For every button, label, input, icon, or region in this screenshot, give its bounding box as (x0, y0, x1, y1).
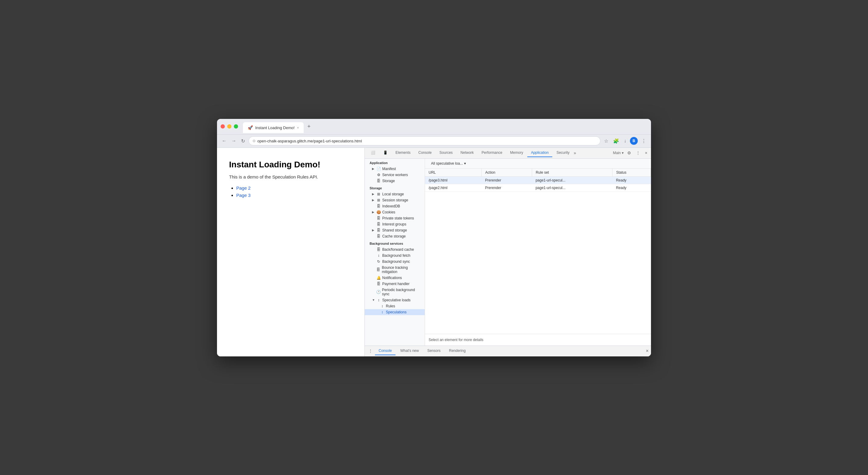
sidebar-item-periodic-bg-sync[interactable]: 🕐 Periodic background sync (365, 287, 425, 297)
sidebar-item-interest-groups[interactable]: 🗄 Interest groups (365, 221, 425, 227)
context-selector[interactable]: Main ▾ (613, 151, 623, 155)
browser-tab[interactable]: 🚀 Instant Loading Demo! × (243, 122, 304, 133)
sl-icon: ↕ (376, 298, 381, 302)
tab-application[interactable]: Application (527, 149, 552, 157)
chrome-menu-btn[interactable]: ⋮ (640, 137, 647, 145)
storage-item-arrow (372, 179, 375, 182)
ls-arrow: ▶ (372, 192, 375, 196)
bottom-tab-sensors[interactable]: Sensors (424, 347, 444, 355)
sidebar-item-rules[interactable]: ↕ Rules (365, 303, 425, 309)
profile-btn[interactable]: B (630, 137, 638, 145)
traffic-lights (221, 124, 238, 128)
sl-arrow: ▼ (372, 298, 375, 302)
tab-security[interactable]: Security (553, 149, 573, 157)
tab-close-btn[interactable]: × (297, 126, 299, 129)
bottom-menu-btn[interactable]: ⋮ (367, 348, 374, 354)
tab-performance[interactable]: Performance (478, 149, 506, 157)
ph-arrow (372, 282, 375, 285)
page2-link[interactable]: Page 2 (236, 185, 251, 190)
tab-favicon: 🚀 (248, 125, 253, 130)
bgs-arrow (372, 260, 375, 263)
sidebar-item-session-storage[interactable]: ▶ ⊞ Session storage (365, 197, 425, 203)
reload-btn[interactable]: ↻ (240, 137, 246, 145)
sidebar-item-speculations[interactable]: ↕ Speculations (365, 309, 425, 315)
settings-btn[interactable]: ⚙ (626, 150, 632, 156)
back-btn[interactable]: ← (221, 137, 228, 145)
minimize-traffic-light[interactable] (227, 124, 231, 128)
sidebar-item-indexeddb[interactable]: 🗄 IndexedDB (365, 203, 425, 209)
bg-services-label: Background services (365, 239, 425, 246)
table-row[interactable]: /page3.html Prerender page1-url-specul..… (425, 176, 651, 184)
bookmark-btn[interactable]: ☆ (603, 137, 610, 145)
maximize-traffic-light[interactable] (234, 124, 238, 128)
bottom-close-btn[interactable]: × (646, 348, 649, 354)
sidebar-item-private-state-tokens[interactable]: 🗄 Private state tokens (365, 215, 425, 221)
bottom-tab-whats-new[interactable]: What's new (397, 347, 423, 355)
bgf-icon: ↕ (376, 254, 381, 258)
cell-action: Prerender (482, 184, 532, 191)
sidebar-item-bg-sync[interactable]: ↻ Background sync (365, 259, 425, 265)
sidebar-item-cache-storage[interactable]: 🗄 Cache storage (365, 233, 425, 239)
devtools-tabs: ⬜ 📱 Elements Console Sources Network Per… (365, 148, 651, 159)
sidebar-item-bounce-tracking[interactable]: 🗄 Bounce tracking mitigation (365, 265, 425, 275)
filter-dropdown[interactable]: All speculative loa... ▾ (429, 160, 468, 167)
devtools-overflow-btn[interactable]: ⋮ (635, 150, 641, 156)
storage-item-label: Storage (382, 179, 395, 183)
tab-memory[interactable]: Memory (506, 149, 527, 157)
devtools-sidebar: Application ▶ 📄 Manifest ⚙ Service worke… (365, 159, 425, 346)
tab-device-icon[interactable]: 📱 (379, 149, 391, 157)
forward-btn[interactable]: → (230, 137, 238, 145)
cookies-icon: 🍪 (376, 210, 381, 214)
table-row[interactable]: /page2.html Prerender page1-url-specul..… (425, 184, 651, 191)
col-action: Action (482, 169, 532, 177)
extensions-btn[interactable]: 🧩 (612, 137, 620, 145)
sidebar-item-cookies[interactable]: ▶ 🍪 Cookies (365, 209, 425, 215)
ss-label: Session storage (382, 198, 408, 202)
idb-label: IndexedDB (382, 204, 400, 208)
sidebar-item-speculative-loads[interactable]: ▼ ↕ Speculative loads (365, 297, 425, 303)
ph-label: Payment handler (382, 282, 410, 286)
page3-link[interactable]: Page 3 (236, 192, 251, 198)
tabs-more-btn[interactable]: » (574, 150, 576, 155)
sw-icon: ⚙ (376, 173, 381, 177)
cache-icon: 🗄 (376, 234, 381, 238)
ls-icon: ⊞ (376, 192, 381, 196)
new-tab-btn[interactable]: + (307, 123, 311, 130)
bt-arrow (372, 268, 375, 271)
tab-console[interactable]: Console (415, 149, 435, 157)
select-info: Select an element for more details (425, 334, 651, 346)
downloads-btn[interactable]: ↓ (623, 137, 627, 145)
devtools-close-btn[interactable]: × (644, 150, 649, 156)
close-traffic-light[interactable] (221, 124, 225, 128)
address-bar[interactable]: ⊙ open-chalk-asparagus.glitch.me/page1-u… (249, 136, 600, 145)
bt-label: Bounce tracking mitigation (382, 266, 422, 274)
sidebar-item-bfcache[interactable]: 🗄 Back/forward cache (365, 246, 425, 253)
ss-icon: ⊞ (376, 198, 381, 202)
bottom-tab-console[interactable]: Console (375, 347, 396, 355)
ph-icon: 🗄 (376, 282, 381, 286)
sidebar-item-storage-item[interactable]: 🗄 Storage (365, 178, 425, 184)
tab-sources[interactable]: Sources (436, 149, 456, 157)
security-icon: ⊙ (252, 139, 255, 143)
cookies-label: Cookies (382, 210, 395, 214)
sidebar-item-manifest[interactable]: ▶ 📄 Manifest (365, 166, 425, 172)
pbs-label: Periodic background sync (382, 288, 422, 296)
rules-icon: ↕ (380, 304, 385, 308)
panel-toolbar: All speculative loa... ▾ (425, 159, 651, 169)
sidebar-item-service-workers[interactable]: ⚙ Service workers (365, 172, 425, 178)
sidebar-item-local-storage[interactable]: ▶ ⊞ Local storage (365, 191, 425, 197)
tab-network[interactable]: Network (457, 149, 477, 157)
tab-elements[interactable]: Elements (392, 149, 414, 157)
page-content: Instant Loading Demo! This is a demo of … (217, 148, 365, 356)
bottom-tab-rendering[interactable]: Rendering (445, 347, 469, 355)
sidebar-item-payment-handler[interactable]: 🗄 Payment handler (365, 281, 425, 287)
sidebar-item-notifications[interactable]: 🔔 Notifications (365, 275, 425, 281)
cell-url: /page3.html (425, 176, 482, 184)
title-bar: 🚀 Instant Loading Demo! × + (217, 119, 651, 135)
sidebar-item-bg-fetch[interactable]: ↕ Background fetch (365, 253, 425, 259)
main-content: Instant Loading Demo! This is a demo of … (217, 148, 651, 356)
address-text: open-chalk-asparagus.glitch.me/page1-url… (257, 139, 362, 143)
bfc-arrow (372, 248, 375, 251)
sidebar-item-shared-storage[interactable]: ▶ 🗄 Shared storage (365, 227, 425, 233)
tab-inspect-icon[interactable]: ⬜ (367, 149, 379, 157)
